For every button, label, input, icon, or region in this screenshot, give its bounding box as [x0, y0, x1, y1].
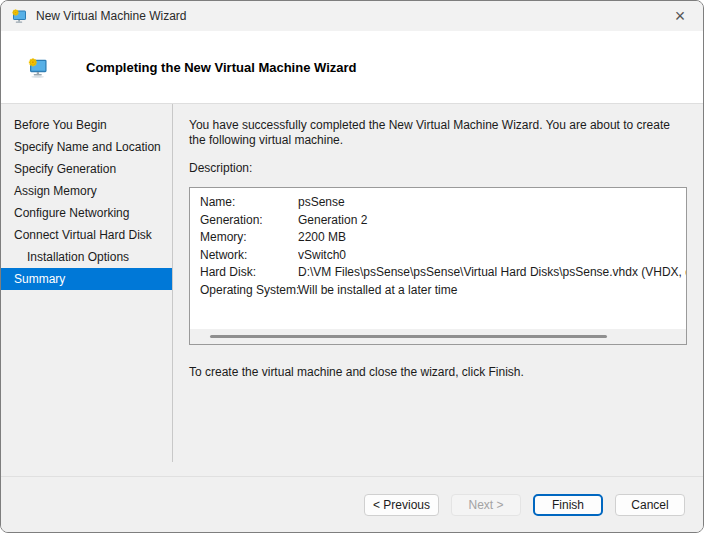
- wizard-page-content: You have successfully completed the New …: [173, 104, 703, 476]
- vm-summary-rows: Name: psSense Generation: Generation 2 M…: [190, 188, 686, 299]
- description-label: Description:: [189, 161, 687, 175]
- new-vm-wizard-window: New Virtual Machine Wizard × C: [0, 0, 704, 533]
- summary-row-memory: Memory: 2200 MB: [200, 229, 686, 247]
- summary-value: Will be installed at a later time: [298, 282, 686, 300]
- summary-value: psSense: [298, 194, 686, 212]
- main-area: Before You Begin Specify Name and Locati…: [1, 104, 703, 476]
- button-bar: < Previous Next > Finish Cancel: [1, 476, 703, 532]
- summary-row-hard-disk: Hard Disk: D:\VM Files\psSense\psSense\V…: [200, 264, 686, 282]
- sidebar-item-assign-memory[interactable]: Assign Memory: [1, 180, 173, 202]
- wizard-header: Completing the New Virtual Machine Wizar…: [1, 31, 703, 104]
- summary-value: Generation 2: [298, 212, 686, 230]
- page-title: Completing the New Virtual Machine Wizar…: [86, 60, 357, 75]
- sidebar-item-specify-generation[interactable]: Specify Generation: [1, 158, 173, 180]
- summary-row-generation: Generation: Generation 2: [200, 212, 686, 230]
- sidebar-item-connect-virtual-hard-disk[interactable]: Connect Virtual Hard Disk: [1, 224, 173, 246]
- close-icon: ×: [675, 6, 686, 26]
- next-button[interactable]: Next >: [451, 494, 521, 516]
- sidebar-item-specify-name-and-location[interactable]: Specify Name and Location: [1, 136, 173, 158]
- summary-key: Generation:: [200, 212, 298, 230]
- sidebar-item-summary[interactable]: Summary: [1, 268, 173, 290]
- vm-monitor-icon: [26, 57, 48, 78]
- previous-button[interactable]: < Previous: [364, 494, 439, 516]
- summary-key: Memory:: [200, 229, 298, 247]
- wizard-steps-sidebar: Before You Begin Specify Name and Locati…: [1, 104, 173, 476]
- summary-value: vSwitch0: [298, 247, 686, 265]
- horizontal-scrollbar[interactable]: [190, 329, 686, 344]
- sidebar-item-before-you-begin[interactable]: Before You Begin: [1, 114, 173, 136]
- summary-key: Name:: [200, 194, 298, 212]
- close-button[interactable]: ×: [663, 3, 697, 29]
- sidebar-item-configure-networking[interactable]: Configure Networking: [1, 202, 173, 224]
- summary-value: 2200 MB: [298, 229, 686, 247]
- horizontal-scrollbar-thumb[interactable]: [210, 335, 607, 338]
- summary-key: Network:: [200, 247, 298, 265]
- summary-key: Operating System:: [200, 282, 298, 300]
- vm-monitor-icon: [11, 8, 27, 24]
- titlebar: New Virtual Machine Wizard ×: [1, 1, 703, 31]
- vm-summary-box: Name: psSense Generation: Generation 2 M…: [189, 187, 687, 345]
- window-title: New Virtual Machine Wizard: [36, 9, 187, 23]
- summary-row-network: Network: vSwitch0: [200, 247, 686, 265]
- summary-key: Hard Disk:: [200, 264, 298, 282]
- finish-instruction-text: To create the virtual machine and close …: [189, 365, 687, 379]
- summary-value: D:\VM Files\psSense\psSense\Virtual Hard…: [298, 264, 686, 282]
- finish-button[interactable]: Finish: [533, 494, 603, 516]
- summary-row-name: Name: psSense: [200, 194, 686, 212]
- cancel-button[interactable]: Cancel: [615, 494, 685, 516]
- sidebar-item-installation-options[interactable]: Installation Options: [1, 246, 173, 268]
- summary-row-operating-system: Operating System: Will be installed at a…: [200, 282, 686, 300]
- intro-text: You have successfully completed the New …: [189, 118, 687, 148]
